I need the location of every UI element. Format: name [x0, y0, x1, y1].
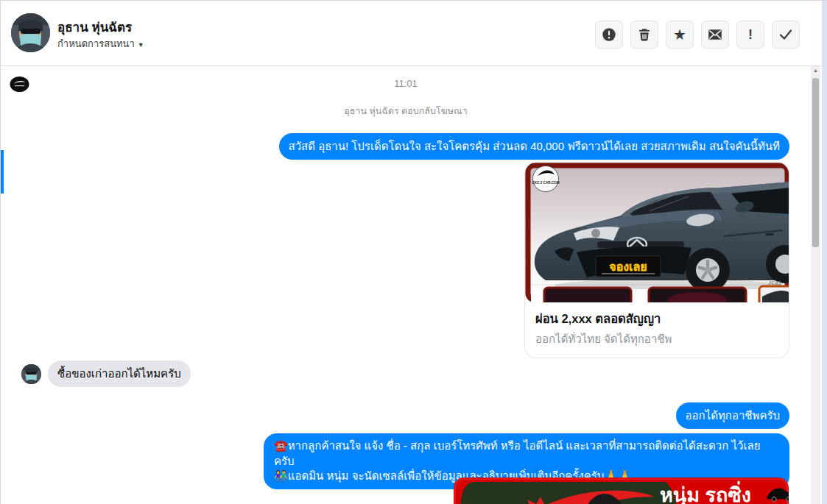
conversation-header: อุธาน หุ่นฉัตร กำหนดการสนทนา▼: [1, 1, 827, 66]
check-icon: [777, 26, 795, 43]
incoming-message: ซื้อของเก่าออกได้ไหมครับ: [48, 361, 191, 387]
ad-card-title: ผ่อน 2,xxx ตลอดสัญญา: [535, 309, 778, 328]
booked-plate-text: จองเลย: [609, 260, 647, 273]
banner-title-text: หนุ่ม รถซิ่ง: [660, 480, 751, 504]
contact-name: อุธาน หุ่นฉัตร: [57, 17, 132, 37]
dealer-logo-text: CKC 2 CAR.COM: [532, 181, 559, 185]
conversation-toolbar: ★ !: [595, 21, 800, 49]
message-thread: 11:01 อุธาน หุ่นฉัตร ตอบกลับโฆษณา สวัสดี…: [1, 66, 827, 504]
contact-avatar: [11, 13, 50, 52]
conversation-schedule-dropdown[interactable]: กำหนดการสนทนา▼: [57, 36, 144, 52]
outgoing-message: ออกได้ทุกอาชีพครับ: [676, 402, 789, 429]
ad-card-subtitle: ออกได้ทั่วไทย จัดได้ทุกอาชีพ: [535, 330, 778, 348]
timestamp: 11:01: [1, 78, 811, 89]
scrollbar-track[interactable]: ▲: [811, 66, 820, 504]
ad-reply-context-note: อุธาน หุ่นฉัตร ตอบกลับโฆษณา: [1, 104, 811, 118]
star-button[interactable]: ★: [666, 21, 694, 49]
promo-banner-graphic: หนุ่ม รถซิ่ง: [454, 478, 789, 504]
masked-person-avatar-icon: [11, 13, 50, 52]
sender-avatar: [21, 364, 41, 384]
mark-spam-button[interactable]: !: [736, 21, 764, 49]
car-photo: จองเลย CK: [525, 163, 789, 302]
promo-banner-image[interactable]: หนุ่ม รถซิ่ง: [454, 478, 789, 504]
masked-person-avatar-icon: [21, 364, 41, 384]
scrollbar-thumb[interactable]: [812, 78, 819, 247]
trash-icon: [636, 26, 652, 43]
window-edge-strip: [822, 1, 827, 504]
mail-icon: [706, 26, 724, 43]
messenger-inbox-window: อุธาน หุ่นฉัตร กำหนดการสนทนา▼: [0, 0, 827, 504]
car-ad-card[interactable]: จองเลย CK: [524, 162, 789, 358]
scroll-up-arrow-icon[interactable]: ▲: [811, 68, 820, 73]
outgoing-message: สวัสดี อุธาน! โปรเด็ดโดนใจ สะใจโคตรคุ้ม …: [279, 133, 790, 160]
exclamation-icon: !: [748, 28, 753, 41]
message-line: ☎️หากลูกค้าสนใจ แจ้ง ชื่อ - สกุล เบอร์โท…: [274, 439, 779, 469]
mark-done-button[interactable]: [772, 21, 800, 49]
unread-indicator-bar: [1, 150, 4, 194]
mark-unread-button[interactable]: [701, 21, 729, 49]
chevron-down-icon: ▼: [138, 41, 144, 49]
photo-watermark: JC61: [768, 280, 781, 286]
star-icon: ★: [673, 27, 686, 42]
delete-button[interactable]: [630, 21, 658, 49]
report-button[interactable]: [595, 21, 623, 49]
report-circle-icon: [601, 26, 617, 43]
